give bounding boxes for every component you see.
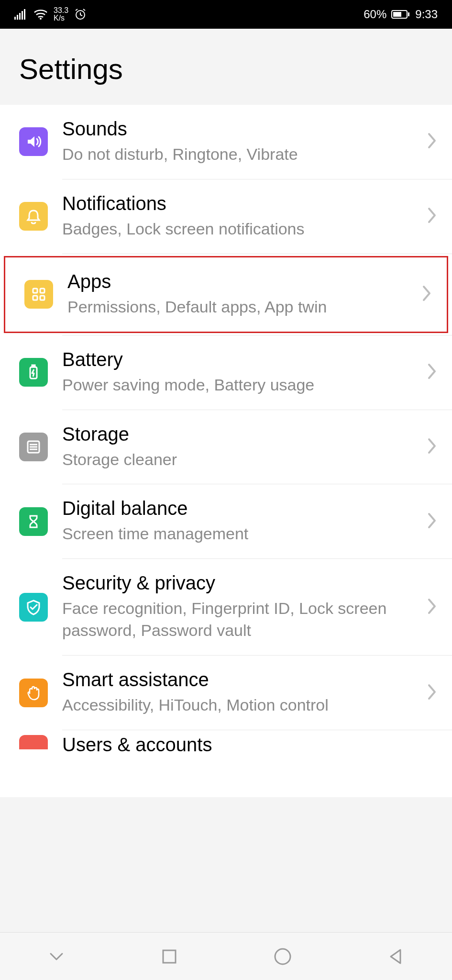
row-title: Storage — [62, 423, 417, 445]
storage-icon — [19, 433, 48, 461]
svg-rect-4 — [24, 9, 25, 20]
row-title: Sounds — [62, 118, 417, 140]
svg-rect-8 — [408, 12, 409, 16]
wifi-icon — [33, 9, 48, 20]
row-text: Sounds Do not disturb, Ringtone, Vibrate — [62, 118, 426, 166]
row-text: Battery Power saving mode, Battery usage — [62, 349, 426, 396]
row-users-accounts[interactable]: Users & accounts — [0, 730, 452, 797]
row-text: Digital balance Screen time management — [62, 498, 426, 545]
svg-rect-13 — [40, 296, 44, 300]
battery-icon — [19, 358, 48, 387]
chevron-right-icon — [426, 436, 438, 457]
chevron-right-icon — [426, 131, 438, 152]
svg-rect-3 — [22, 11, 23, 20]
svg-rect-20 — [163, 950, 176, 963]
nav-home-button[interactable] — [271, 945, 295, 969]
row-text: Users & accounts — [62, 735, 438, 760]
row-smart-assistance[interactable]: Smart assistance Accessibility, HiTouch,… — [0, 656, 452, 730]
battery-percentage: 60% — [364, 8, 386, 21]
row-subtitle: Storage cleaner — [62, 449, 417, 471]
row-text: Security & privacy Face recognition, Fin… — [62, 572, 426, 642]
row-title: Smart assistance — [62, 669, 417, 690]
row-subtitle: Permissions, Default apps, App twin — [67, 296, 411, 318]
row-subtitle: Badges, Lock screen notifications — [62, 218, 417, 240]
row-text: Notifications Badges, Lock screen notifi… — [62, 193, 426, 240]
network-speed: 33.3 K/s — [54, 7, 68, 22]
chevron-right-icon — [426, 206, 438, 227]
nav-recents-button[interactable] — [157, 945, 181, 969]
row-subtitle: Screen time management — [62, 523, 417, 545]
row-title: Notifications — [62, 193, 417, 214]
apps-icon — [24, 280, 53, 309]
status-left: 33.3 K/s — [14, 7, 87, 22]
row-title: Apps — [67, 271, 411, 292]
smart-assistance-icon — [19, 679, 48, 707]
row-text: Apps Permissions, Default apps, App twin — [67, 271, 421, 318]
row-text: Storage Storage cleaner — [62, 423, 426, 471]
notifications-icon — [19, 202, 48, 231]
row-notifications[interactable]: Notifications Badges, Lock screen notifi… — [0, 179, 452, 254]
row-security-privacy[interactable]: Security & privacy Face recognition, Fin… — [0, 559, 452, 655]
svg-rect-2 — [19, 13, 21, 20]
row-subtitle: Power saving mode, Battery usage — [62, 374, 417, 396]
row-subtitle: Face recognition, Fingerprint ID, Lock s… — [62, 598, 417, 642]
row-title: Digital balance — [62, 498, 417, 519]
status-bar: 33.3 K/s 60% 9:33 — [0, 0, 452, 29]
status-right: 60% 9:33 — [364, 8, 438, 21]
row-sounds[interactable]: Sounds Do not disturb, Ringtone, Vibrate — [0, 105, 452, 179]
row-storage[interactable]: Storage Storage cleaner — [0, 410, 452, 484]
network-speed-value: 33.3 — [54, 7, 68, 14]
signal-icon — [14, 9, 28, 20]
battery-icon — [391, 10, 410, 19]
chevron-right-icon — [426, 511, 438, 532]
svg-rect-12 — [33, 296, 37, 300]
row-title: Battery — [62, 349, 417, 370]
navigation-bar — [0, 932, 452, 980]
chevron-right-icon — [426, 597, 438, 618]
row-battery[interactable]: Battery Power saving mode, Battery usage — [0, 335, 452, 410]
row-apps[interactable]: Apps Permissions, Default apps, App twin — [5, 257, 447, 332]
row-subtitle: Accessibility, HiTouch, Motion control — [62, 694, 417, 716]
alarm-icon — [74, 8, 87, 21]
chevron-right-icon — [421, 284, 432, 305]
row-subtitle: Do not disturb, Ringtone, Vibrate — [62, 144, 417, 166]
network-speed-unit: K/s — [54, 14, 68, 22]
chevron-right-icon — [426, 362, 438, 383]
nav-back-button[interactable] — [384, 945, 408, 969]
row-title: Security & privacy — [62, 572, 417, 594]
row-title: Users & accounts — [62, 734, 428, 756]
chevron-right-icon — [426, 682, 438, 703]
settings-list: Sounds Do not disturb, Ringtone, Vibrate… — [0, 105, 452, 797]
security-icon — [19, 593, 48, 622]
svg-rect-10 — [33, 289, 37, 293]
svg-rect-11 — [40, 289, 44, 293]
svg-rect-15 — [32, 365, 35, 367]
digital-balance-icon — [19, 507, 48, 536]
status-time: 9:33 — [415, 8, 438, 21]
svg-rect-9 — [393, 12, 401, 17]
svg-point-5 — [40, 18, 42, 20]
svg-rect-0 — [14, 17, 16, 20]
sounds-icon — [19, 127, 48, 156]
row-text: Smart assistance Accessibility, HiTouch,… — [62, 669, 426, 716]
users-accounts-icon — [19, 735, 48, 749]
highlight-apps: Apps Permissions, Default apps, App twin — [4, 256, 448, 333]
svg-point-21 — [275, 949, 290, 964]
row-digital-balance[interactable]: Digital balance Screen time management — [0, 484, 452, 558]
header: Settings — [0, 29, 452, 105]
svg-rect-1 — [17, 15, 18, 20]
nav-hide-button[interactable] — [44, 945, 68, 969]
divider — [62, 254, 452, 254]
page-title: Settings — [19, 53, 433, 86]
